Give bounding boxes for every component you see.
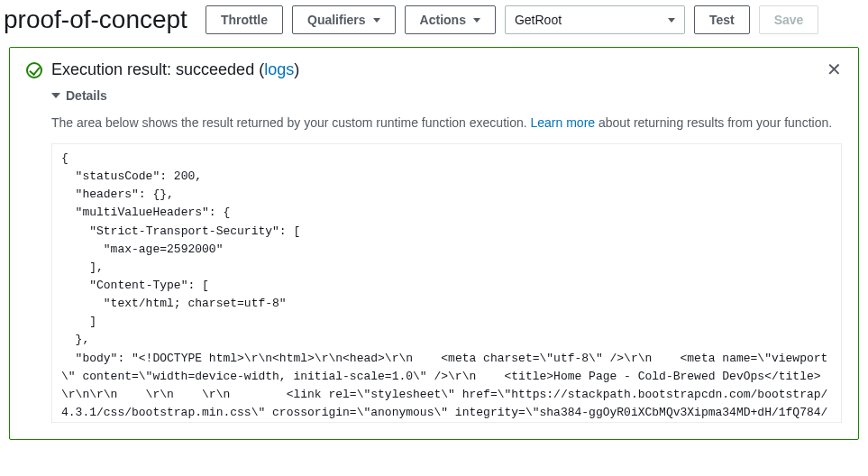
result-status: succeeded [176,60,254,78]
details-toggle[interactable]: Details [51,88,842,103]
chevron-down-icon [51,93,60,98]
qualifiers-label: Qualifiers [307,13,366,27]
result-header: Execution result: succeeded (logs) [26,60,842,79]
success-check-icon [26,62,42,78]
result-payload[interactable]: { "statusCode": 200, "headers": {}, "mul… [52,144,841,422]
close-icon[interactable]: ✕ [827,60,842,78]
result-prefix: Execution result: [51,60,176,78]
actions-dropdown[interactable]: Actions [405,5,496,34]
header-bar: proof-of-concept Throttle Qualifiers Act… [0,0,868,43]
chevron-down-icon [373,18,380,23]
logs-link[interactable]: logs [264,60,294,78]
test-button[interactable]: Test [694,5,750,34]
actions-label: Actions [420,13,466,27]
description-before: The area below shows the result returned… [51,115,531,130]
page-title: proof-of-concept [4,5,187,34]
description-after: about returning results from your functi… [595,115,832,130]
result-title: Execution result: succeeded (logs) [51,60,299,79]
test-event-select[interactable]: GetRoot [505,5,685,34]
chevron-down-icon [668,18,675,23]
learn-more-link[interactable]: Learn more [531,115,596,130]
execution-result-panel: ✕ Execution result: succeeded (logs) Det… [9,47,859,440]
result-description: The area below shows the result returned… [51,114,842,133]
details-label: Details [66,88,107,103]
chevron-down-icon [473,18,480,23]
throttle-button[interactable]: Throttle [206,5,283,34]
test-event-value: GetRoot [515,13,562,27]
save-button: Save [759,5,819,34]
qualifiers-dropdown[interactable]: Qualifiers [292,5,396,34]
result-payload-box: { "statusCode": 200, "headers": {}, "mul… [51,143,842,423]
